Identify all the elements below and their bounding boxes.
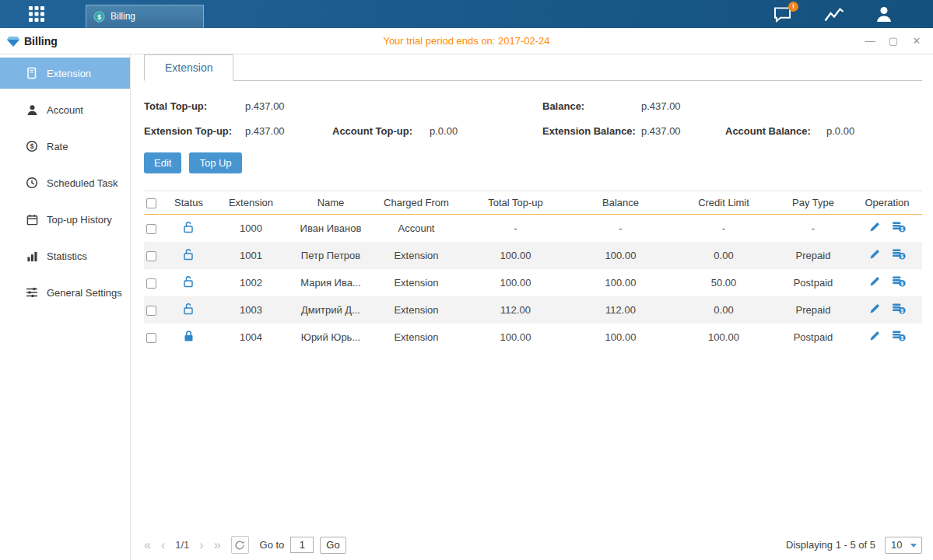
- cell-charged-from: Extension: [370, 269, 463, 296]
- sidebar-item-label: General Settings: [47, 287, 122, 299]
- table-row: 1000Иван ИвановAccount----$: [144, 215, 922, 242]
- topup-icon[interactable]: $: [892, 330, 906, 344]
- cell-charged-from: Extension: [370, 324, 463, 351]
- topup-icon[interactable]: $: [892, 275, 906, 289]
- page-size-select[interactable]: 10: [885, 537, 922, 554]
- row-checkbox[interactable]: [146, 278, 156, 289]
- edit-button[interactable]: Edit: [144, 152, 181, 173]
- extension-balance-value: p.437.00: [641, 122, 681, 140]
- cell-balance: 100.00: [568, 269, 673, 296]
- svg-text:$: $: [900, 254, 903, 260]
- cell-extension: 1002: [210, 269, 292, 296]
- sidebar-item-general-settings[interactable]: General Settings: [0, 277, 130, 308]
- sidebar-item-account[interactable]: Account: [0, 94, 130, 125]
- row-checkbox[interactable]: [146, 306, 156, 316]
- cell-balance: 100.00: [568, 324, 673, 351]
- maximize-button[interactable]: ▢: [888, 35, 899, 47]
- svg-text:$: $: [900, 281, 903, 287]
- cell-credit-limit: 0.00: [673, 296, 774, 324]
- sidebar-item-label: Extension: [47, 68, 91, 79]
- topup-icon[interactable]: $: [892, 303, 906, 317]
- sidebar-item-label: Scheduled Task: [47, 177, 118, 189]
- sidebar-item-top-up-history[interactable]: Top-up History: [0, 204, 130, 235]
- extension-topup-label: Extension Top-up:: [144, 122, 245, 140]
- cell-total-topup: 100.00: [463, 242, 568, 269]
- billing-tab-label: Billing: [110, 11, 135, 22]
- row-checkbox[interactable]: [146, 224, 156, 234]
- cell-balance: 100.00: [568, 242, 673, 269]
- trial-notice: Your trial period ends on: 2017-02-24: [0, 35, 933, 47]
- next-page-button[interactable]: ›: [199, 537, 203, 554]
- sidebar-item-label: Rate: [47, 141, 68, 152]
- svg-text:$: $: [30, 142, 34, 150]
- minimize-button[interactable]: —: [865, 35, 875, 47]
- svg-text:$: $: [900, 335, 903, 341]
- top-navigation-bar: $ Billing !: [0, 0, 933, 28]
- goto-page-input[interactable]: [290, 537, 314, 553]
- tab-billing[interactable]: $ Billing: [86, 5, 204, 28]
- select-all-checkbox[interactable]: [146, 198, 156, 208]
- unlocked-icon[interactable]: [183, 275, 195, 290]
- user-icon[interactable]: [875, 5, 893, 23]
- prev-page-button[interactable]: ‹: [161, 537, 165, 554]
- cell-pay-type: Postpaid: [774, 324, 852, 351]
- table-row: 1001Петр ПетровExtension100.00100.000.00…: [144, 242, 922, 269]
- cell-name: Юрий Юрь...: [292, 324, 370, 351]
- sidebar-item-statistics[interactable]: Statistics: [0, 240, 130, 271]
- first-page-button[interactable]: «: [144, 537, 151, 554]
- displaying-text: Displaying 1 - 5 of 5: [786, 539, 875, 551]
- chat-icon[interactable]: !: [773, 6, 793, 23]
- sidebar-item-rate[interactable]: $Rate: [0, 131, 130, 162]
- refresh-icon[interactable]: [231, 536, 249, 554]
- cell-extension: 1000: [210, 215, 292, 242]
- sidebar-menu: ExtensionAccount$RateScheduled TaskTop-u…: [0, 54, 131, 560]
- edit-icon[interactable]: [869, 221, 881, 235]
- column-header-total-top-up: Total Top-up: [463, 191, 568, 215]
- cell-credit-limit: 50.00: [673, 269, 774, 296]
- pagination-bar: « ‹ 1/1 › » Go to Go Displaying 1 - 5 of…: [144, 536, 922, 554]
- cell-credit-limit: -: [673, 215, 774, 242]
- cell-name: Петр Петров: [292, 242, 370, 269]
- column-header-name: Name: [292, 191, 370, 215]
- edit-icon[interactable]: [869, 248, 881, 262]
- rate-icon: $: [26, 140, 38, 152]
- cell-total-topup: 112.00: [463, 296, 568, 324]
- row-checkbox[interactable]: [146, 333, 156, 343]
- edit-icon[interactable]: [869, 275, 881, 289]
- sidebar-item-extension[interactable]: Extension: [0, 58, 130, 89]
- cell-balance: -: [568, 215, 673, 242]
- unlocked-icon[interactable]: [183, 303, 195, 317]
- row-checkbox[interactable]: [146, 251, 156, 261]
- account-icon: [26, 103, 38, 116]
- cell-pay-type: Prepaid: [774, 296, 852, 324]
- apps-grid-icon[interactable]: [26, 4, 47, 24]
- billing-coin-icon: $: [93, 11, 105, 23]
- page-size-value: 10: [891, 539, 902, 551]
- edit-icon[interactable]: [869, 303, 881, 317]
- last-page-button[interactable]: »: [214, 537, 221, 554]
- locked-icon[interactable]: [183, 330, 195, 345]
- cell-charged-from: Extension: [370, 296, 463, 324]
- tab-extension[interactable]: Extension: [144, 54, 233, 81]
- sidebar-item-scheduled-task[interactable]: Scheduled Task: [0, 167, 130, 198]
- statistics-icon: [26, 250, 38, 262]
- top-up-button[interactable]: Top Up: [189, 152, 241, 173]
- close-button[interactable]: ✕: [911, 35, 922, 47]
- edit-icon[interactable]: [869, 330, 881, 344]
- topup-icon[interactable]: $: [892, 221, 906, 235]
- cell-charged-from: Account: [370, 215, 463, 242]
- unlocked-icon[interactable]: [183, 221, 195, 236]
- general-settings-icon: [26, 286, 38, 299]
- sidebar-item-label: Statistics: [47, 250, 87, 262]
- chart-icon[interactable]: [824, 6, 844, 22]
- total-topup-value: p.437.00: [245, 97, 285, 115]
- unlocked-icon[interactable]: [183, 248, 195, 263]
- topup-icon[interactable]: $: [892, 248, 906, 262]
- cell-total-topup: 100.00: [463, 324, 568, 351]
- go-button[interactable]: Go: [320, 537, 345, 554]
- main-content: Extension Total Top-up: p.437.00 Balance…: [131, 54, 933, 560]
- billing-app-logo-icon: [7, 35, 19, 47]
- action-buttons: Edit Top Up: [144, 152, 922, 173]
- account-balance-value: p.0.00: [826, 122, 854, 140]
- balance-value: p.437.00: [641, 97, 681, 115]
